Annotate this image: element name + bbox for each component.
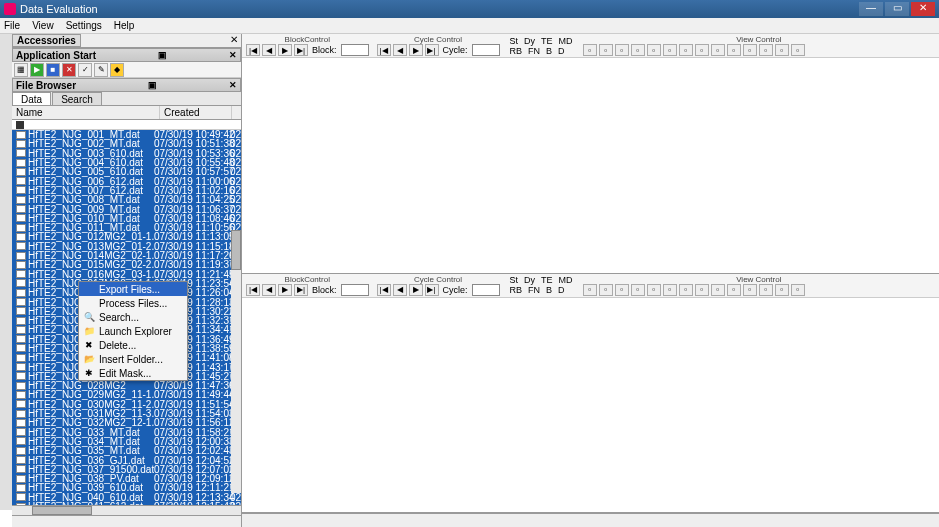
toolbar-delete-icon[interactable]: ✕ bbox=[62, 63, 76, 77]
check-Dy[interactable]: Dy bbox=[524, 275, 535, 285]
toolbar-run-icon[interactable]: ▶ bbox=[30, 63, 44, 77]
first-cycle-icon[interactable]: |◀ bbox=[377, 44, 391, 56]
menu-settings[interactable]: Settings bbox=[66, 20, 102, 31]
last-cycle-icon[interactable]: ▶| bbox=[425, 284, 439, 296]
dx-icon[interactable]: ▫ bbox=[615, 284, 629, 296]
toolbar-new-icon[interactable]: ■ bbox=[46, 63, 60, 77]
check-FN[interactable]: FN bbox=[528, 46, 540, 56]
toolbar-grid-icon[interactable]: ▦ bbox=[14, 63, 28, 77]
prev-block-icon[interactable]: ◀ bbox=[262, 44, 276, 56]
first-cycle-icon[interactable]: |◀ bbox=[377, 284, 391, 296]
check-B[interactable]: B bbox=[546, 285, 552, 295]
cycle-select[interactable] bbox=[472, 284, 500, 296]
check-MD[interactable]: MD bbox=[559, 275, 573, 285]
zoom-in-icon[interactable]: ▫ bbox=[695, 44, 709, 56]
cycle-select[interactable] bbox=[472, 44, 500, 56]
accessories-close-icon[interactable]: ✕ bbox=[227, 34, 241, 47]
dy-icon[interactable]: ▫ bbox=[631, 284, 645, 296]
first-block-icon[interactable]: |◀ bbox=[246, 284, 260, 296]
check-TE[interactable]: TE bbox=[541, 275, 553, 285]
menu-file[interactable]: File bbox=[4, 20, 20, 31]
last-block-icon[interactable]: ▶| bbox=[294, 284, 308, 296]
maximize-button[interactable]: ▭ bbox=[885, 2, 909, 16]
context-menu-item[interactable]: 📂Insert Folder... bbox=[79, 352, 187, 366]
context-menu-item[interactable]: Export Files... bbox=[79, 282, 187, 296]
check-D[interactable]: D bbox=[558, 285, 565, 295]
appstart-close-icon[interactable]: ✕ bbox=[229, 50, 237, 60]
vertical-scrollbar[interactable] bbox=[231, 230, 241, 493]
zoom-out-icon[interactable]: ▫ bbox=[711, 44, 725, 56]
tab-data[interactable]: Data bbox=[12, 92, 51, 105]
check-D[interactable]: D bbox=[558, 46, 565, 56]
prev-block-icon[interactable]: ◀ bbox=[262, 284, 276, 296]
check-St[interactable]: St bbox=[510, 36, 519, 46]
swap-icon[interactable]: ▫ bbox=[727, 284, 741, 296]
last-block-icon[interactable]: ▶| bbox=[294, 44, 308, 56]
data-icon[interactable]: ▫ bbox=[791, 44, 805, 56]
first-block-icon[interactable]: |◀ bbox=[246, 44, 260, 56]
horizontal-scrollbar[interactable] bbox=[12, 505, 241, 515]
check-St[interactable]: St bbox=[510, 275, 519, 285]
chart2-icon[interactable]: ▫ bbox=[599, 44, 613, 56]
i-icon[interactable]: ▫ bbox=[647, 44, 661, 56]
minimize-button[interactable]: — bbox=[859, 2, 883, 16]
next-cycle-icon[interactable]: ▶ bbox=[409, 44, 423, 56]
filebrowser-close-icon[interactable]: ✕ bbox=[229, 80, 237, 90]
context-menu-item[interactable]: 🔍Search... bbox=[79, 310, 187, 324]
next-block-icon[interactable]: ▶ bbox=[278, 284, 292, 296]
swap-icon[interactable]: ▫ bbox=[727, 44, 741, 56]
toolbar-check-icon[interactable]: ✓ bbox=[78, 63, 92, 77]
menu-help[interactable]: Help bbox=[114, 20, 135, 31]
dy-icon[interactable]: ▫ bbox=[631, 44, 645, 56]
lg-icon[interactable]: ▫ bbox=[679, 284, 693, 296]
check-MD[interactable]: MD bbox=[559, 36, 573, 46]
appstart-pin-icon[interactable]: ▣ bbox=[158, 50, 167, 60]
dx-icon[interactable]: ▫ bbox=[615, 44, 629, 56]
context-menu-item[interactable]: ✖Delete... bbox=[79, 338, 187, 352]
tab-search[interactable]: Search bbox=[52, 92, 102, 105]
context-menu-item[interactable]: 📁Launch Explorer bbox=[79, 324, 187, 338]
check-Dy[interactable]: Dy bbox=[524, 36, 535, 46]
toolbar-color-icon[interactable]: ◆ bbox=[110, 63, 124, 77]
context-menu-item[interactable]: ✱Edit Mask... bbox=[79, 366, 187, 380]
chart1-icon[interactable]: ▫ bbox=[583, 284, 597, 296]
col-name[interactable]: Name bbox=[12, 106, 160, 119]
reset-icon[interactable]: ▫ bbox=[743, 284, 757, 296]
chart1-icon[interactable]: ▫ bbox=[583, 44, 597, 56]
check-TE[interactable]: TE bbox=[541, 36, 553, 46]
grid-icon[interactable]: ▫ bbox=[775, 44, 789, 56]
o-icon[interactable]: ▫ bbox=[663, 44, 677, 56]
check-RB[interactable]: RB bbox=[510, 285, 523, 295]
prev-cycle-icon[interactable]: ◀ bbox=[393, 284, 407, 296]
close-button[interactable]: ✕ bbox=[911, 2, 935, 16]
o-icon[interactable]: ▫ bbox=[663, 284, 677, 296]
last-cycle-icon[interactable]: ▶| bbox=[425, 44, 439, 56]
print-icon[interactable]: ▫ bbox=[759, 284, 773, 296]
zoom-out-icon[interactable]: ▫ bbox=[711, 284, 725, 296]
col-created[interactable]: Created bbox=[160, 106, 232, 119]
data-icon[interactable]: ▫ bbox=[791, 284, 805, 296]
check-RB[interactable]: RB bbox=[510, 46, 523, 56]
lg-icon[interactable]: ▫ bbox=[679, 44, 693, 56]
check-B[interactable]: B bbox=[546, 46, 552, 56]
scrollbar-thumb-h[interactable] bbox=[32, 506, 92, 515]
print-icon[interactable]: ▫ bbox=[759, 44, 773, 56]
accessories-label[interactable]: Accessories bbox=[12, 34, 81, 47]
reset-icon[interactable]: ▫ bbox=[743, 44, 757, 56]
grid-icon[interactable]: ▫ bbox=[775, 284, 789, 296]
chart2-icon[interactable]: ▫ bbox=[599, 284, 613, 296]
toolbar-edit-icon[interactable]: ✎ bbox=[94, 63, 108, 77]
file-row[interactable]: HfTE2_NJG_041_612.dat 07/30/19 12:15:43 … bbox=[12, 502, 241, 505]
next-block-icon[interactable]: ▶ bbox=[278, 44, 292, 56]
block-select[interactable] bbox=[341, 284, 369, 296]
scrollbar-thumb[interactable] bbox=[231, 230, 241, 270]
context-menu-item[interactable]: Process Files... bbox=[79, 296, 187, 310]
i-icon[interactable]: ▫ bbox=[647, 284, 661, 296]
zoom-in-icon[interactable]: ▫ bbox=[695, 284, 709, 296]
menu-view[interactable]: View bbox=[32, 20, 54, 31]
prev-cycle-icon[interactable]: ◀ bbox=[393, 44, 407, 56]
filebrowser-pin-icon[interactable]: ▣ bbox=[148, 80, 157, 90]
next-cycle-icon[interactable]: ▶ bbox=[409, 284, 423, 296]
drive-row[interactable] bbox=[12, 120, 241, 130]
block-select[interactable] bbox=[341, 44, 369, 56]
